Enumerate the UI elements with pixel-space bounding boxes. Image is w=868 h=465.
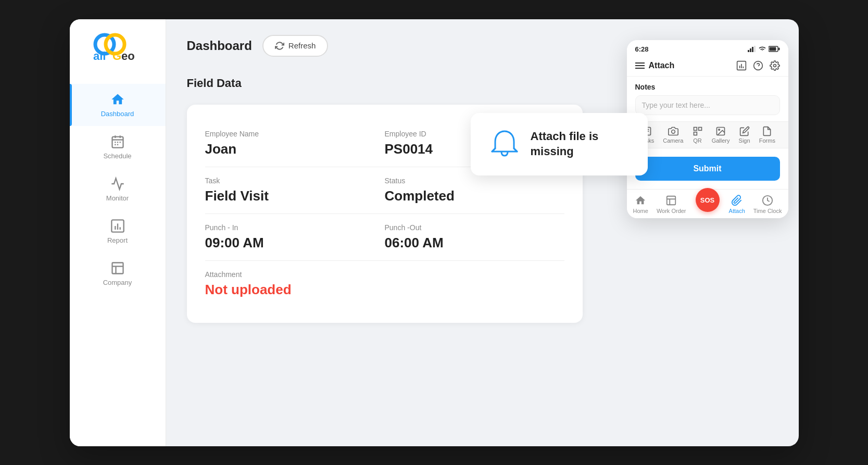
svg-rect-23	[752, 47, 753, 52]
phone-mockup: 6:28	[627, 40, 788, 218]
app-container: all G eo Dashboard Schedule	[70, 19, 799, 446]
svg-rect-43	[694, 127, 697, 130]
svg-rect-57	[667, 196, 676, 205]
phone-header-icons	[736, 60, 780, 71]
sidebar-item-monitor[interactable]: Monitor	[70, 168, 166, 210]
attachment-label: Attachment	[205, 270, 385, 279]
wifi-icon	[758, 46, 766, 52]
phone-nav-timeclock[interactable]: Time Clock	[753, 195, 782, 214]
punch-in-group: Punch - In 09:00 AM	[205, 223, 385, 251]
punch-out-group: Punch -Out 06:00 AM	[385, 223, 564, 251]
chart-icon[interactable]	[736, 60, 747, 71]
menu-icon[interactable]	[635, 62, 645, 69]
svg-rect-21	[748, 50, 749, 52]
employee-name-label: Employee Name	[205, 130, 385, 138]
phone-icon-camera[interactable]: Camera	[663, 126, 683, 144]
notes-input[interactable]: Type your text here...	[635, 95, 780, 115]
phone-status-icons	[748, 46, 780, 52]
phone-nav-workorder[interactable]: Work Order	[657, 195, 686, 214]
sidebar-label-monitor: Monitor	[106, 194, 129, 202]
bell-icon	[489, 129, 520, 160]
phone-nav-home[interactable]: Home	[633, 195, 648, 214]
refresh-icon	[275, 41, 284, 51]
phone-submit-section: Submit	[627, 148, 788, 189]
refresh-label: Refresh	[288, 41, 316, 50]
task-label: Task	[205, 177, 385, 185]
svg-rect-27	[778, 48, 780, 51]
settings-icon[interactable]	[770, 60, 780, 71]
attachment-row: Attachment Not uploaded	[205, 261, 564, 307]
sos-wrapper: SOS	[695, 198, 721, 210]
sidebar-navigation: Dashboard Schedule Monitor	[70, 84, 166, 295]
phone-icon-qr[interactable]: QR	[693, 126, 703, 144]
attachment-value: Not uploaded	[205, 282, 385, 298]
sidebar: all G eo Dashboard Schedule	[70, 19, 166, 446]
sidebar-item-company[interactable]: Company	[70, 253, 166, 295]
page-title: Dashboard	[187, 39, 252, 53]
attach-icon	[731, 195, 743, 206]
field-data-title: Field Data	[187, 77, 242, 90]
phone-nav-attach[interactable]: Attach	[729, 195, 745, 214]
status-label: Status	[385, 177, 564, 185]
sos-button[interactable]: SOS	[696, 188, 720, 212]
signal-icon	[748, 46, 756, 52]
svg-text:eo: eo	[121, 49, 135, 62]
svg-rect-24	[754, 46, 756, 52]
svg-rect-22	[750, 48, 751, 52]
sidebar-item-schedule[interactable]: Schedule	[70, 126, 166, 168]
refresh-button[interactable]: Refresh	[262, 35, 329, 57]
attachment-group: Attachment Not uploaded	[205, 270, 385, 298]
phone-header: Attach	[627, 56, 788, 77]
punch-out-value: 06:00 AM	[385, 235, 564, 251]
svg-point-42	[672, 130, 675, 133]
sidebar-item-report[interactable]: Report	[70, 210, 166, 253]
phone-bottom-icons: Tasks Camera QR Gallery Sign Forms	[627, 121, 788, 148]
task-group: Task Field Visit	[205, 177, 385, 204]
svg-rect-44	[698, 127, 701, 130]
employee-name-value: Joan	[205, 141, 385, 157]
task-value: Field Visit	[205, 188, 385, 204]
punch-row: Punch - In 09:00 AM Punch -Out 06:00 AM	[205, 214, 564, 261]
sidebar-label-company: Company	[103, 279, 132, 286]
help-icon[interactable]	[753, 60, 763, 71]
logo: all G eo	[79, 30, 157, 68]
notes-label: Notes	[635, 83, 780, 91]
punch-out-label: Punch -Out	[385, 223, 564, 232]
notification-popup: Attach file is missing	[471, 113, 648, 175]
svg-rect-18	[112, 262, 123, 273]
svg-rect-26	[769, 47, 776, 51]
notification-message: Attach file is missing	[531, 129, 630, 159]
battery-icon	[769, 46, 780, 52]
svg-point-37	[773, 64, 776, 67]
svg-text:all: all	[93, 49, 106, 62]
phone-submit-button[interactable]: Submit	[635, 157, 780, 181]
clock-icon	[762, 195, 773, 206]
status-value: Completed	[385, 188, 564, 204]
phone-nav-bar: Home Work Order SOS Attach	[627, 189, 788, 218]
svg-text:G: G	[112, 49, 121, 62]
phone-notes-section: Notes Type your text here...	[627, 77, 788, 121]
phone-time: 6:28	[635, 45, 649, 53]
sidebar-label-report: Report	[107, 236, 128, 244]
employee-name-group: Employee Name Joan	[205, 130, 385, 157]
phone-icon-forms[interactable]: Forms	[759, 126, 775, 144]
phone-header-left: Attach	[635, 61, 675, 70]
sidebar-label-schedule: Schedule	[103, 152, 131, 160]
phone-icon-sign[interactable]: Sign	[739, 126, 750, 144]
phone-status-bar: 6:28	[627, 40, 788, 56]
home-icon	[635, 195, 646, 206]
svg-point-56	[719, 129, 720, 130]
punch-in-label: Punch - In	[205, 223, 385, 232]
phone-attach-label: Attach	[649, 61, 675, 70]
sidebar-item-dashboard[interactable]: Dashboard	[70, 84, 166, 126]
workorder-icon	[665, 195, 677, 206]
status-group: Status Completed	[385, 177, 564, 204]
svg-rect-45	[694, 132, 697, 135]
phone-icon-gallery[interactable]: Gallery	[712, 126, 730, 144]
punch-in-value: 09:00 AM	[205, 235, 385, 251]
sidebar-label-dashboard: Dashboard	[101, 110, 134, 118]
